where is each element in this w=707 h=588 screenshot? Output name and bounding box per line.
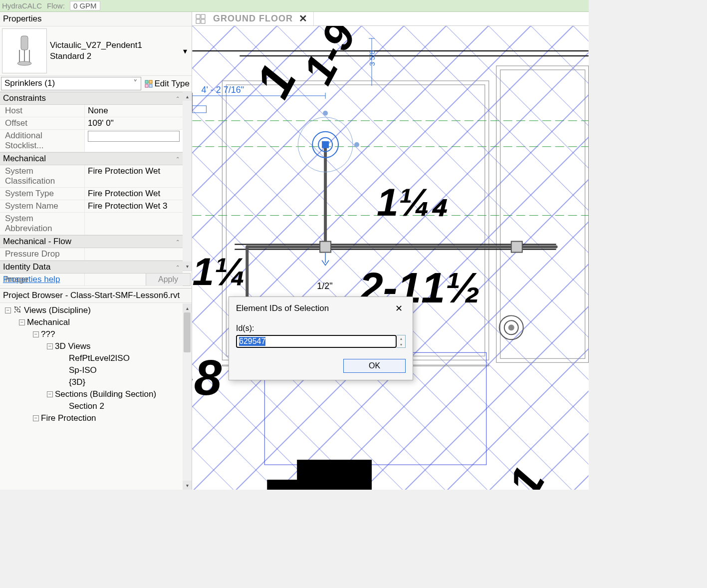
svg-rect-6 bbox=[149, 80, 152, 83]
view-tab-ground-floor[interactable]: GROUND FLOOR ✕ bbox=[209, 12, 314, 25]
property-row: Offset109' 0" bbox=[0, 117, 183, 130]
project-tree[interactable]: −Views (Discipline)−Mechanical−???−3D Vi… bbox=[0, 303, 183, 490]
left-dock: Properties Victaulic_V27_Pendent1 Standa… bbox=[0, 12, 192, 490]
pipe-size-label: 1¼ bbox=[192, 250, 246, 294]
scroll-down-icon[interactable]: ▾ bbox=[183, 481, 192, 490]
scroll-down-icon[interactable]: ▾ bbox=[183, 262, 192, 271]
window-layout-icon[interactable] bbox=[194, 12, 207, 25]
type-name: Standard 2 bbox=[50, 51, 178, 62]
close-icon[interactable]: ✕ bbox=[392, 302, 406, 315]
element-ids-dialog: Element IDs of Selection ✕ Id(s): ▴▾ OK bbox=[229, 296, 413, 380]
tree-item[interactable]: −3D Views bbox=[1, 340, 182, 352]
tree-item[interactable]: −Mechanical bbox=[1, 316, 182, 328]
property-value[interactable] bbox=[85, 274, 183, 286]
tree-expander-icon[interactable]: − bbox=[19, 319, 25, 325]
tree-item-label: Section 2 bbox=[69, 401, 104, 411]
property-value[interactable]: Fire Protection Wet 3 bbox=[85, 200, 183, 212]
tree-item[interactable]: −Sections (Building Section) bbox=[1, 388, 182, 400]
svg-rect-12 bbox=[19, 306, 20, 307]
svg-rect-17 bbox=[196, 19, 200, 23]
viewport[interactable]: 4' - 2 7/16" 1¼ 1¼₄ 2-11½ 1-9 1 -8 1 1/2… bbox=[192, 26, 589, 490]
property-row: System Abbreviation bbox=[0, 213, 183, 235]
property-groups: Constraints⌃HostNoneOffset109' 0"Additio… bbox=[0, 92, 192, 271]
browser-scrollbar[interactable]: ▴ ▾ bbox=[183, 303, 192, 490]
tree-expander-icon[interactable]: − bbox=[5, 307, 11, 313]
tree-expander-icon[interactable]: − bbox=[33, 331, 39, 337]
property-value[interactable] bbox=[85, 248, 183, 260]
flow-value: 0 GPM bbox=[70, 1, 100, 10]
svg-rect-13 bbox=[14, 311, 15, 312]
property-input[interactable] bbox=[88, 131, 180, 142]
scroll-up-icon[interactable]: ▴ bbox=[183, 92, 192, 101]
property-row: System TypeFire Protection Wet bbox=[0, 188, 183, 200]
edit-type-button[interactable]: Edit Type bbox=[142, 78, 192, 90]
type-dropdown-icon[interactable]: ▾ bbox=[181, 46, 190, 55]
tree-item-label: Fire Protection bbox=[41, 413, 96, 423]
tree-item[interactable]: RefPtLevel2ISO bbox=[1, 352, 182, 364]
tree-item[interactable]: −??? bbox=[1, 328, 182, 340]
props-content: Constraints⌃HostNoneOffset109' 0"Additio… bbox=[0, 92, 183, 286]
svg-rect-11 bbox=[14, 306, 15, 307]
property-value[interactable]: None bbox=[85, 105, 183, 117]
views-icon bbox=[13, 305, 22, 316]
tree-item[interactable]: Section 2 bbox=[1, 400, 182, 412]
scroll-up-icon[interactable]: ▴ bbox=[183, 303, 192, 312]
view-tabs: GROUND FLOOR ✕ bbox=[192, 12, 589, 26]
ids-input[interactable] bbox=[236, 335, 397, 348]
svg-rect-5 bbox=[145, 80, 148, 83]
property-group-header[interactable]: Mechanical⌃ bbox=[0, 152, 183, 165]
property-group-header[interactable]: Mechanical - Flow⌃ bbox=[0, 235, 183, 248]
tree-item[interactable]: −Views (Discipline) bbox=[1, 304, 182, 316]
collapse-icon[interactable]: ⌃ bbox=[176, 239, 180, 245]
property-value[interactable] bbox=[85, 213, 183, 235]
property-label: Pressure Drop bbox=[0, 248, 85, 260]
property-group-header[interactable]: Constraints⌃ bbox=[0, 92, 183, 105]
tree-item-label: Sp-ISO bbox=[69, 365, 97, 375]
type-thumbnail bbox=[2, 28, 47, 73]
drawing-area: GROUND FLOOR ✕ bbox=[192, 12, 589, 490]
svg-rect-44 bbox=[322, 141, 329, 148]
property-row: System ClassificationFire Protection Wet bbox=[0, 165, 183, 188]
type-name-block: Victaulic_V27_Pendent1 Standard 2 bbox=[50, 40, 178, 62]
dialog-title: Element IDs of Selection bbox=[236, 303, 329, 313]
pipe-size-label: 1¼₄ bbox=[377, 180, 448, 224]
svg-rect-8 bbox=[149, 84, 152, 87]
collapse-icon[interactable]: ⌃ bbox=[176, 265, 180, 270]
property-label: Image bbox=[0, 274, 85, 286]
svg-rect-16 bbox=[201, 14, 205, 18]
property-value[interactable]: Fire Protection Wet bbox=[85, 165, 183, 187]
dimension-text[interactable]: 4' - 2 7/16" bbox=[201, 85, 244, 95]
tree-expander-icon[interactable]: − bbox=[47, 343, 53, 349]
family-name: Victaulic_V27_Pendent1 bbox=[50, 40, 178, 51]
ok-button[interactable]: OK bbox=[343, 359, 406, 373]
property-label: Additional Stocklist... bbox=[0, 130, 85, 152]
scrollbar-thumb[interactable] bbox=[184, 312, 191, 352]
tree-item[interactable]: −Fire Protection bbox=[1, 412, 182, 424]
vertical-dim: 3 5/8 bbox=[368, 50, 376, 66]
tree-item[interactable]: {3D} bbox=[1, 376, 182, 388]
tree-expander-icon[interactable]: − bbox=[33, 415, 39, 421]
close-icon[interactable]: ✕ bbox=[297, 12, 309, 24]
svg-point-46 bbox=[354, 142, 359, 147]
collapse-icon[interactable]: ⌃ bbox=[176, 156, 180, 162]
property-group-header[interactable]: Identity Data⌃ bbox=[0, 261, 183, 274]
properties-scrollbar[interactable]: ▴ ▾ bbox=[183, 92, 192, 271]
property-value[interactable]: Fire Protection Wet bbox=[85, 188, 183, 200]
tree-expander-icon[interactable]: − bbox=[47, 391, 53, 397]
tree-item-label: Sections (Building Section) bbox=[55, 389, 156, 399]
collapse-icon[interactable]: ⌃ bbox=[176, 96, 180, 101]
svg-rect-15 bbox=[196, 14, 200, 18]
svg-point-4 bbox=[17, 61, 31, 65]
tree-item-label: {3D} bbox=[69, 377, 85, 387]
property-value[interactable]: 109' 0" bbox=[85, 117, 183, 129]
tree-item-label: Mechanical bbox=[27, 317, 70, 327]
svg-rect-39 bbox=[320, 242, 331, 253]
tree-item-label: 3D Views bbox=[55, 341, 91, 351]
ids-spinner[interactable]: ▴▾ bbox=[397, 335, 406, 348]
connector-size: 1/2" bbox=[317, 281, 332, 291]
ids-label: Id(s): bbox=[236, 324, 406, 333]
property-label: System Name bbox=[0, 200, 85, 212]
tree-item[interactable]: Sp-ISO bbox=[1, 364, 182, 376]
type-selector[interactable]: Victaulic_V27_Pendent1 Standard 2 ▾ bbox=[0, 26, 192, 75]
category-filter[interactable]: Sprinklers (1) ˅ bbox=[1, 77, 141, 90]
